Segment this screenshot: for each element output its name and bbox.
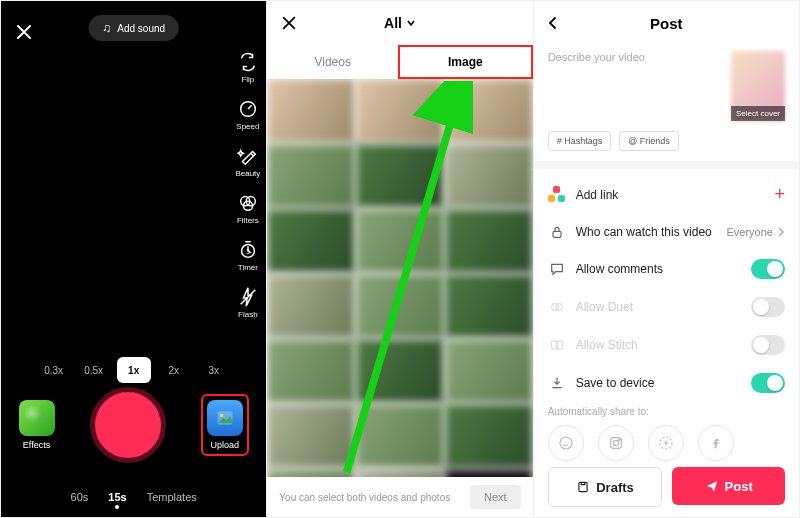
record-button[interactable]	[90, 387, 166, 463]
mode-15s[interactable]: 15s	[108, 491, 126, 503]
zoom-1x[interactable]: 1x	[117, 357, 151, 383]
share-section: Automatically share to:	[534, 406, 799, 461]
tool-label: Timer	[238, 263, 258, 272]
drafts-button[interactable]: Drafts	[548, 467, 663, 507]
svg-point-15	[560, 437, 572, 449]
zoom-3x[interactable]: 3x	[197, 357, 231, 383]
gallery-grid	[267, 79, 532, 477]
tool-flip[interactable]: Flip	[237, 51, 259, 84]
zoom-2x[interactable]: 2x	[157, 357, 191, 383]
chip-hashtags[interactable]: # Hashtags	[548, 131, 612, 151]
media-thumb[interactable]	[267, 79, 355, 143]
gallery-title: All	[384, 15, 402, 31]
camera-mode-tabs: 60s 15s Templates	[1, 491, 266, 503]
effects-button[interactable]: Effects	[19, 400, 55, 450]
add-sound-button[interactable]: ♫ Add sound	[88, 15, 179, 41]
gallery-album-dropdown[interactable]: All	[384, 15, 416, 31]
zoom-selector: 0.3x 0.5x 1x 2x 3x	[1, 357, 266, 383]
share-facebook[interactable]	[698, 425, 734, 461]
gallery-tabs: Videos Image	[267, 45, 532, 80]
mode-templates[interactable]: Templates	[147, 491, 197, 503]
zoom-0-5x[interactable]: 0.5x	[77, 357, 111, 383]
back-icon[interactable]	[546, 16, 560, 30]
tool-beauty[interactable]: Beauty	[235, 145, 260, 178]
tool-label: Flip	[241, 75, 254, 84]
media-thumb[interactable]	[445, 79, 533, 143]
tool-speed[interactable]: Speed	[236, 98, 259, 131]
timer-icon: 3	[237, 239, 259, 261]
svg-point-18	[618, 439, 619, 440]
svg-rect-14	[557, 341, 562, 349]
media-thumb[interactable]	[356, 209, 444, 273]
next-button[interactable]: Next	[470, 485, 521, 509]
svg-text:3: 3	[246, 248, 250, 255]
side-tool-strip: Flip Speed Beauty Filters 3 Timer Flash	[235, 51, 260, 319]
cover-selector[interactable]: Select cover	[731, 51, 785, 121]
option-save[interactable]: Save to device	[534, 364, 799, 402]
chip-friends[interactable]: @ Friends	[619, 131, 679, 151]
stitch-icon	[548, 336, 566, 354]
option-label: Save to device	[576, 376, 741, 390]
media-thumb[interactable]	[267, 209, 355, 273]
share-whatsapp[interactable]	[548, 425, 584, 461]
media-thumb[interactable]	[356, 469, 444, 477]
close-icon[interactable]	[281, 15, 297, 31]
svg-rect-20	[579, 482, 587, 491]
svg-rect-10	[553, 231, 561, 237]
description-input[interactable]: Describe your video	[548, 51, 721, 121]
toggle	[751, 335, 785, 355]
effects-label: Effects	[23, 440, 50, 450]
lock-icon	[548, 223, 566, 241]
option-add-link[interactable]: Add link +	[534, 175, 799, 214]
duet-icon	[548, 298, 566, 316]
svg-rect-13	[551, 341, 556, 349]
media-thumb[interactable]	[356, 79, 444, 143]
media-thumb[interactable]	[445, 404, 533, 468]
flash-icon	[237, 286, 259, 308]
upload-label: Upload	[211, 440, 240, 450]
media-thumb[interactable]	[445, 469, 533, 477]
option-label: Allow Duet	[576, 300, 741, 314]
tab-image[interactable]: Image	[398, 45, 533, 79]
media-thumb[interactable]	[267, 144, 355, 208]
tab-videos[interactable]: Videos	[267, 45, 398, 79]
addlink-icon	[548, 186, 566, 204]
media-thumb[interactable]	[445, 339, 533, 403]
media-thumb[interactable]	[356, 404, 444, 468]
media-thumb[interactable]	[267, 469, 355, 477]
drafts-label: Drafts	[596, 480, 634, 495]
media-thumb[interactable]	[267, 339, 355, 403]
tool-flash[interactable]: Flash	[237, 286, 259, 319]
post-icon	[705, 479, 719, 493]
media-thumb[interactable]	[356, 144, 444, 208]
filters-icon	[237, 192, 259, 214]
media-thumb[interactable]	[356, 274, 444, 338]
chevron-down-icon	[406, 18, 416, 28]
media-thumb[interactable]	[267, 274, 355, 338]
share-label: Automatically share to:	[548, 406, 785, 417]
post-options: Add link + Who can watch this video Ever…	[534, 169, 799, 408]
media-thumb[interactable]	[445, 209, 533, 273]
media-thumb[interactable]	[356, 339, 444, 403]
option-label: Allow comments	[576, 262, 741, 276]
post-button[interactable]: Post	[672, 467, 785, 505]
toggle[interactable]	[751, 259, 785, 279]
share-more[interactable]	[648, 425, 684, 461]
share-instagram[interactable]	[598, 425, 634, 461]
toggle	[751, 297, 785, 317]
mode-60s[interactable]: 60s	[71, 491, 89, 503]
toggle[interactable]	[751, 373, 785, 393]
media-thumb[interactable]	[445, 274, 533, 338]
share-row	[548, 425, 785, 461]
selected-dot-icon	[115, 505, 119, 509]
option-comments[interactable]: Allow comments	[534, 250, 799, 288]
zoom-0-3x[interactable]: 0.3x	[37, 357, 71, 383]
media-thumb[interactable]	[445, 144, 533, 208]
close-icon[interactable]	[15, 23, 33, 41]
media-thumb[interactable]	[267, 404, 355, 468]
tool-timer[interactable]: 3 Timer	[237, 239, 259, 272]
tool-filters[interactable]: Filters	[237, 192, 259, 225]
option-privacy[interactable]: Who can watch this video Everyone	[534, 214, 799, 250]
upload-button[interactable]: Upload	[201, 394, 249, 456]
three-panel-tutorial: ♫ Add sound Flip Speed Beauty Filters 3	[0, 0, 800, 518]
